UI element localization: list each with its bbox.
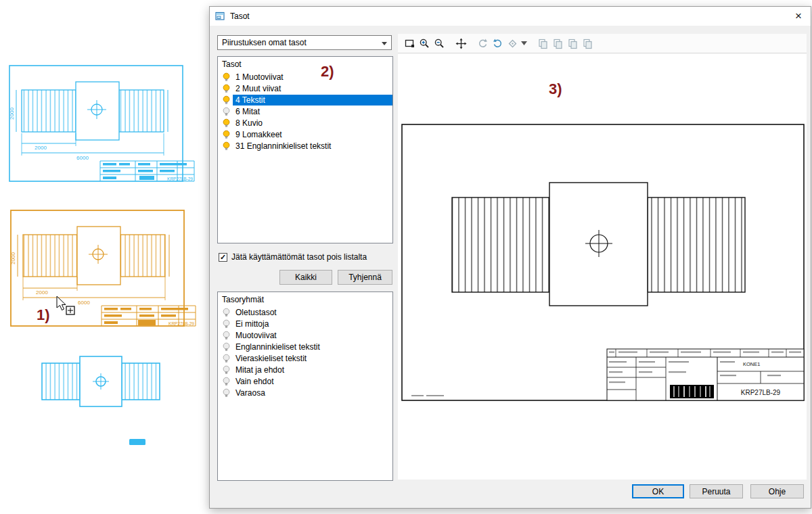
- annotation-2: 2): [321, 63, 334, 80]
- layer-row[interactable]: 8 Kuvio: [218, 117, 392, 128]
- dialog-icon: [215, 11, 225, 21]
- chevron-down-icon: [382, 42, 387, 45]
- layer-label: 4 Tekstit: [233, 95, 392, 106]
- layer-label: 9 Lomakkeet: [233, 129, 392, 140]
- layer-row[interactable]: 9 Lomakkeet: [218, 128, 392, 140]
- zoom-window-icon[interactable]: [402, 36, 417, 51]
- layer-group-label: Muotoviivat: [233, 330, 392, 341]
- layer-group-row[interactable]: Varaosa: [218, 387, 392, 398]
- paste-view-icon-2: [550, 36, 565, 51]
- layer-row[interactable]: 4 Tekstit: [218, 94, 392, 106]
- bulb-off-icon[interactable]: [222, 365, 231, 375]
- cad-canvas[interactable]: 2000 6000 2000 KRP27LB-29: [0, 0, 208, 514]
- bulb-off-icon[interactable]: [222, 331, 231, 340]
- bulb-on-icon[interactable]: [222, 118, 231, 128]
- pan-icon[interactable]: [453, 36, 468, 51]
- zoom-in-icon[interactable]: [417, 36, 432, 51]
- layer-row[interactable]: 1 Muotoviivat: [218, 71, 392, 83]
- layer-label: 2 Muut viivat: [233, 83, 392, 94]
- close-button[interactable]: ×: [788, 7, 809, 24]
- chevron-down-icon[interactable]: [520, 36, 528, 51]
- layer-group-label: Vieraskieliset tekstit: [233, 353, 392, 364]
- select-all-button[interactable]: Kaikki: [279, 270, 332, 285]
- layer-row[interactable]: 31 Englanninkieliset tekstit: [218, 140, 392, 151]
- bulb-off-icon[interactable]: [222, 377, 231, 386]
- dim-label: 2000: [9, 108, 15, 120]
- dialog-titlebar[interactable]: Tasot ×: [210, 7, 811, 26]
- rotate-cw-icon[interactable]: [490, 36, 505, 51]
- layer-group-row[interactable]: Englanninkieliset tekstit: [218, 341, 392, 352]
- bulb-off-icon[interactable]: [222, 308, 231, 317]
- layer-group-row[interactable]: Vain ehdot: [218, 375, 392, 387]
- selection-highlight-rect[interactable]: [129, 439, 145, 445]
- layers-list-header: Tasot: [218, 57, 392, 71]
- preview-pane[interactable]: KONE1 KRP27LB-29: [398, 53, 807, 480]
- dialog-title: Tasot: [230, 11, 250, 21]
- layer-source-dropdown[interactable]: Piirustuksen omat tasot: [217, 35, 392, 50]
- layers-list: 1 Muotoviivat2 Muut viivat4 Tekstit6 Mit…: [218, 71, 392, 151]
- bulb-on-icon[interactable]: [222, 84, 231, 93]
- drawing-part-small-cyan[interactable]: [42, 356, 160, 406]
- layer-group-row[interactable]: Vieraskieliset tekstit: [218, 352, 392, 364]
- dim-label: 6000: [76, 155, 89, 161]
- layer-group-row[interactable]: Mitat ja ehdot: [218, 364, 392, 375]
- bulb-on-icon[interactable]: [222, 95, 231, 105]
- titleblock-drawing-number: KRP27LB-29: [741, 389, 781, 396]
- layer-group-label: Oletustasot: [233, 307, 392, 318]
- layer-group-row[interactable]: Ei mittoja: [218, 318, 392, 329]
- checkbox-checked-icon[interactable]: ✓: [219, 253, 227, 262]
- layer-group-row[interactable]: Oletustasot: [218, 306, 392, 318]
- dim-label: 2000: [10, 252, 16, 264]
- layer-label: 1 Muotoviivat: [233, 72, 392, 83]
- paste-view-icon-4: [580, 36, 595, 51]
- cursor-icon: [57, 296, 74, 314]
- layer-group-row[interactable]: Muotoviivat: [218, 329, 392, 341]
- annotation-3: 3): [549, 80, 562, 98]
- annotation-1: 1): [37, 306, 50, 324]
- bulb-off-icon[interactable]: [222, 107, 231, 116]
- center-view-icon: [505, 36, 520, 51]
- titleblock-number: KRP27LB-29: [167, 177, 193, 181]
- titleblock-number: KRP27LB-29: [168, 321, 194, 326]
- layer-label: 31 Englanninkieliset tekstit: [233, 141, 392, 151]
- ok-button[interactable]: OK: [632, 484, 684, 498]
- clear-button[interactable]: Tyhjennä: [338, 270, 392, 285]
- drawing-sheet-cyan[interactable]: 2000 6000 2000 KRP27LB-29: [9, 66, 194, 181]
- dim-label: 6000: [78, 300, 90, 306]
- bulb-on-icon[interactable]: [222, 72, 231, 82]
- layer-label: 6 Mitat: [233, 106, 392, 117]
- preview-drawing: KONE1 KRP27LB-29: [398, 53, 807, 480]
- dim-label: 2000: [35, 145, 47, 151]
- layer-group-label: Englanninkieliset tekstit: [233, 342, 392, 352]
- layer-group-label: Vain ehdot: [233, 376, 392, 387]
- zoom-out-icon[interactable]: [432, 36, 447, 51]
- preview-toolbar: [398, 34, 807, 53]
- bulb-off-icon[interactable]: [222, 354, 231, 363]
- bulb-off-icon[interactable]: [222, 319, 231, 329]
- bulb-off-icon[interactable]: [222, 388, 231, 398]
- paste-view-icon-1: [535, 36, 550, 51]
- layer-label: 8 Kuvio: [233, 118, 392, 128]
- bulb-off-icon[interactable]: [222, 342, 231, 352]
- layers-dialog: Tasot × Piirustuksen omat tasot Tasot 1 …: [209, 6, 811, 509]
- cancel-button[interactable]: Peruuta: [690, 484, 743, 498]
- layers-listbox[interactable]: Tasot 1 Muotoviivat2 Muut viivat4 Teksti…: [217, 56, 393, 243]
- paste-view-icon-3: [565, 36, 580, 51]
- layer-group-label: Varaosa: [233, 388, 392, 398]
- layer-groups-listbox[interactable]: Tasoryhmät OletustasotEi mittojaMuotovii…: [217, 291, 393, 481]
- layer-row[interactable]: 6 Mitat: [218, 106, 392, 117]
- hide-unused-label: Jätä käyttämättömät tasot pois listalta: [231, 252, 367, 262]
- bulb-on-icon[interactable]: [222, 130, 231, 139]
- bulb-on-icon[interactable]: [222, 141, 231, 151]
- dim-label: 2000: [36, 289, 48, 296]
- layer-source-value: Piirustuksen omat tasot: [222, 38, 307, 47]
- hide-unused-checkbox-row[interactable]: ✓ Jätä käyttämättömät tasot pois listalt…: [219, 252, 367, 262]
- layer-row[interactable]: 2 Muut viivat: [218, 83, 392, 94]
- preview-barcode: [670, 385, 714, 398]
- rotate-ccw-icon: [475, 36, 490, 51]
- titleblock-company: KONE1: [743, 361, 760, 367]
- layer-group-label: Ei mittoja: [233, 319, 392, 329]
- groups-list-header: Tasoryhmät: [218, 292, 392, 306]
- help-button[interactable]: Ohje: [750, 484, 804, 498]
- layer-group-label: Mitat ja ehdot: [233, 365, 392, 375]
